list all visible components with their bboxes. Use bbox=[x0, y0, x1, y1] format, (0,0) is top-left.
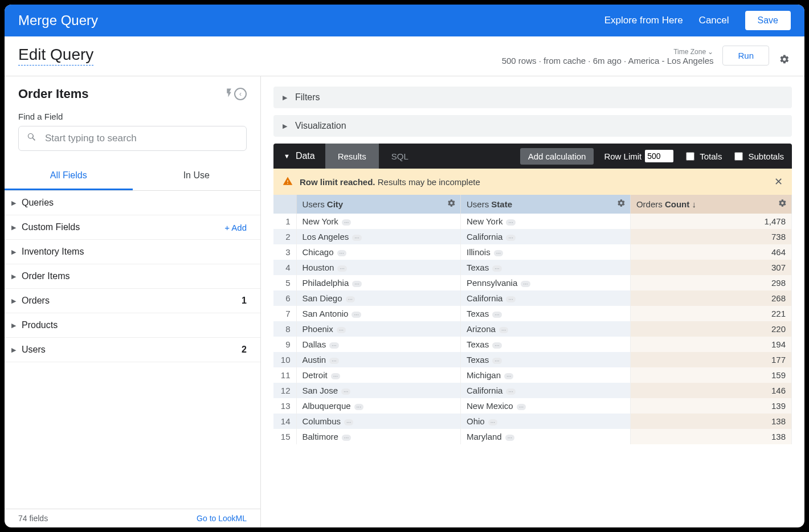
search-box[interactable] bbox=[18, 126, 247, 151]
totals-checkbox-input[interactable] bbox=[686, 152, 694, 161]
sql-subtab[interactable]: SQL bbox=[379, 144, 421, 169]
drill-pill-icon[interactable]: ··· bbox=[329, 358, 338, 364]
cell-count[interactable]: 177 bbox=[630, 352, 791, 367]
results-subtab[interactable]: Results bbox=[325, 144, 379, 169]
data-tab[interactable]: ▼ Data bbox=[273, 144, 325, 169]
field-group[interactable]: ▶Users2 bbox=[5, 338, 260, 362]
drill-pill-icon[interactable]: ··· bbox=[344, 419, 353, 425]
filters-section[interactable]: ▶ Filters bbox=[273, 87, 792, 108]
cell-count[interactable]: 138 bbox=[630, 429, 791, 444]
cell-count[interactable]: 221 bbox=[630, 306, 791, 321]
drill-pill-icon[interactable]: ··· bbox=[331, 373, 340, 379]
field-group[interactable]: ▶Order Items bbox=[5, 264, 260, 289]
subtotals-checkbox-input[interactable] bbox=[734, 152, 743, 161]
explore-from-here-link[interactable]: Explore from Here bbox=[604, 15, 683, 26]
cell-state[interactable]: New York··· bbox=[461, 214, 631, 229]
cancel-link[interactable]: Cancel bbox=[699, 15, 729, 26]
drill-pill-icon[interactable]: ··· bbox=[337, 250, 346, 256]
cell-count[interactable]: 194 bbox=[630, 337, 791, 352]
cell-city[interactable]: San Diego··· bbox=[296, 290, 461, 306]
drill-pill-icon[interactable]: ··· bbox=[517, 404, 526, 410]
drill-pill-icon[interactable]: ··· bbox=[337, 265, 346, 272]
drill-pill-icon[interactable]: ··· bbox=[506, 219, 515, 226]
visualization-section[interactable]: ▶ Visualization bbox=[273, 115, 792, 137]
cell-state[interactable]: Michigan··· bbox=[461, 367, 631, 383]
drill-pill-icon[interactable]: ··· bbox=[346, 296, 355, 302]
drill-pill-icon[interactable]: ··· bbox=[354, 404, 363, 410]
cell-state[interactable]: New Mexico··· bbox=[461, 398, 631, 414]
cell-count[interactable]: 464 bbox=[630, 244, 791, 260]
drill-pill-icon[interactable]: ··· bbox=[506, 388, 515, 395]
cell-count[interactable]: 738 bbox=[630, 229, 791, 244]
close-warning-icon[interactable]: ✕ bbox=[774, 175, 783, 188]
cell-count[interactable]: 298 bbox=[630, 275, 791, 290]
data-table-container[interactable]: Users City Users State Ord bbox=[273, 195, 792, 527]
cell-city[interactable]: Baltimore··· bbox=[296, 429, 461, 444]
subtotals-checkbox[interactable]: Subtotals bbox=[732, 150, 784, 162]
drill-pill-icon[interactable]: ··· bbox=[352, 312, 361, 318]
cell-state[interactable]: Arizona··· bbox=[461, 321, 631, 337]
cell-count[interactable]: 139 bbox=[630, 398, 791, 414]
cell-city[interactable]: Dallas··· bbox=[296, 337, 461, 352]
cell-state[interactable]: California··· bbox=[461, 383, 631, 398]
column-header-state[interactable]: Users State bbox=[461, 195, 631, 214]
cell-state[interactable]: Texas··· bbox=[461, 352, 631, 367]
tab-all-fields[interactable]: All Fields bbox=[5, 162, 133, 190]
drill-pill-icon[interactable]: ··· bbox=[506, 235, 515, 241]
collapse-sidebar-icon[interactable]: ‹ bbox=[234, 88, 247, 100]
column-header-count[interactable]: Orders Count bbox=[630, 195, 791, 214]
timezone-dropdown[interactable]: Time Zone bbox=[502, 48, 714, 56]
cell-city[interactable]: Detroit··· bbox=[296, 367, 461, 383]
column-gear-icon[interactable] bbox=[778, 199, 787, 209]
field-group[interactable]: ▶Products bbox=[5, 313, 260, 338]
cell-state[interactable]: Texas··· bbox=[461, 337, 631, 352]
drill-pill-icon[interactable]: ··· bbox=[492, 358, 501, 364]
drill-pill-icon[interactable]: ··· bbox=[342, 435, 351, 441]
cell-city[interactable]: New York··· bbox=[296, 214, 461, 229]
cell-state[interactable]: Maryland··· bbox=[461, 429, 631, 444]
cell-state[interactable]: Illinois··· bbox=[461, 244, 631, 260]
drill-pill-icon[interactable]: ··· bbox=[352, 281, 361, 287]
cell-city[interactable]: Los Angeles··· bbox=[296, 229, 461, 244]
cell-state[interactable]: California··· bbox=[461, 229, 631, 244]
cell-state[interactable]: California··· bbox=[461, 290, 631, 306]
cell-state[interactable]: Pennsylvania··· bbox=[461, 275, 631, 290]
drill-pill-icon[interactable]: ··· bbox=[337, 327, 346, 333]
cell-city[interactable]: Columbus··· bbox=[296, 414, 461, 429]
cell-state[interactable]: Texas··· bbox=[461, 260, 631, 275]
cell-city[interactable]: San Antonio··· bbox=[296, 306, 461, 321]
cell-city[interactable]: Austin··· bbox=[296, 352, 461, 367]
drill-pill-icon[interactable]: ··· bbox=[488, 419, 497, 425]
drill-pill-icon[interactable]: ··· bbox=[506, 296, 515, 302]
run-button[interactable]: Run bbox=[722, 46, 769, 66]
cell-city[interactable]: Phoenix··· bbox=[296, 321, 461, 337]
cell-count[interactable]: 268 bbox=[630, 290, 791, 306]
go-to-lookml-link[interactable]: Go to LookML bbox=[197, 514, 247, 523]
tab-in-use[interactable]: In Use bbox=[133, 162, 261, 190]
drill-pill-icon[interactable]: ··· bbox=[505, 435, 514, 441]
drill-pill-icon[interactable]: ··· bbox=[341, 388, 350, 395]
search-input[interactable] bbox=[44, 132, 238, 145]
column-gear-icon[interactable] bbox=[617, 199, 626, 209]
field-group[interactable]: ▶Custom Fields+ Add bbox=[5, 215, 260, 240]
drill-pill-icon[interactable]: ··· bbox=[492, 265, 501, 272]
row-limit-input[interactable] bbox=[645, 150, 673, 162]
drill-pill-icon[interactable]: ··· bbox=[494, 250, 503, 256]
drill-pill-icon[interactable]: ··· bbox=[499, 327, 508, 333]
column-header-city[interactable]: Users City bbox=[296, 195, 461, 214]
page-title[interactable]: Edit Query bbox=[18, 46, 93, 66]
cell-state[interactable]: Texas··· bbox=[461, 306, 631, 321]
field-group[interactable]: ▶Queries bbox=[5, 191, 260, 215]
cell-city[interactable]: Chicago··· bbox=[296, 244, 461, 260]
drill-pill-icon[interactable]: ··· bbox=[342, 219, 351, 226]
column-gear-icon[interactable] bbox=[447, 199, 456, 209]
add-calculation-button[interactable]: Add calculation bbox=[520, 148, 594, 165]
field-group[interactable]: ▶Inventory Items bbox=[5, 240, 260, 264]
cell-city[interactable]: Philadelphia··· bbox=[296, 275, 461, 290]
drill-pill-icon[interactable]: ··· bbox=[329, 342, 338, 349]
settings-gear-icon[interactable] bbox=[778, 53, 791, 66]
drill-pill-icon[interactable]: ··· bbox=[504, 373, 513, 379]
cell-count[interactable]: 220 bbox=[630, 321, 791, 337]
cell-count[interactable]: 307 bbox=[630, 260, 791, 275]
cell-count[interactable]: 1,478 bbox=[630, 214, 791, 229]
